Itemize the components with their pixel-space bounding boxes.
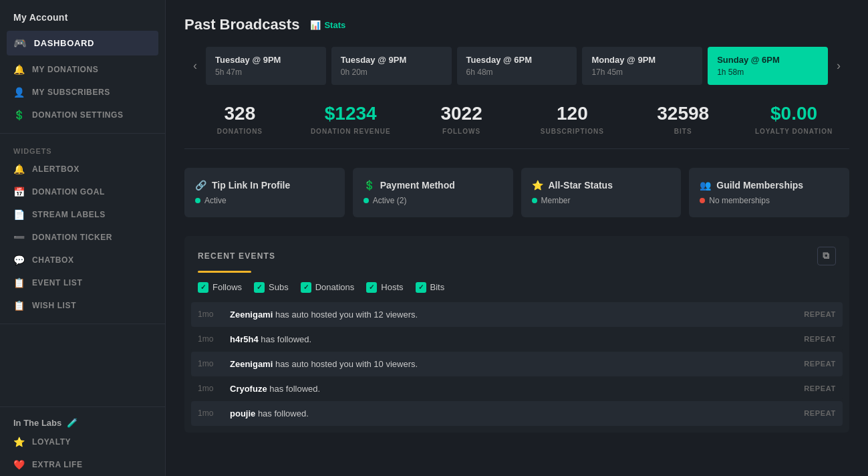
chatbox-icon: 💬 [13, 255, 25, 265]
stat-value: 3022 [406, 104, 517, 124]
my-account-header: My Account [0, 0, 165, 28]
slot-duration: 1h 58m [717, 68, 819, 77]
status-text: Active [204, 196, 227, 205]
sidebar-item-my-subscribers[interactable]: 👤 MY SUBSCRIBERS [0, 81, 165, 104]
dashboard-button[interactable]: 🎮 DASHBOARD [7, 31, 158, 55]
broadcast-slot-0[interactable]: Tuesday @ 9PM 5h 47m [206, 47, 326, 85]
widget-card-tip-link[interactable]: 🔗 Tip Link In Profile Active [184, 168, 345, 217]
bits-checkbox[interactable]: ✓ [416, 282, 426, 293]
stream-labels-icon: 📄 [13, 209, 25, 220]
event-text: Zeenigami has auto hosted you with 10 vi… [230, 359, 793, 369]
filter-follows[interactable]: ✓ Follows [198, 282, 242, 293]
guild-icon: 👥 [700, 180, 711, 191]
follows-label: Follows [212, 282, 242, 292]
event-time: 1mo [198, 359, 219, 368]
event-repeat-button[interactable]: REPEAT [804, 310, 836, 318]
widget-card-top: 🔗 Tip Link In Profile [195, 180, 334, 191]
widget-card-status: Active [195, 196, 334, 205]
widget-card-guild-memberships[interactable]: 👥 Guild Memberships No memberships [689, 168, 849, 217]
stat-value: 32598 [627, 104, 738, 124]
sidebar-item-wish-list[interactable]: 📋 WISH LIST [0, 294, 165, 317]
status-dot-green [364, 198, 369, 203]
widget-card-payment-method[interactable]: 💲 Payment Method Active (2) [353, 168, 513, 217]
sidebar-item-extra-life[interactable]: ❤️ EXTRA LIFE [0, 453, 165, 476]
event-time: 1mo [198, 408, 219, 418]
dashboard-label: DASHBOARD [34, 38, 94, 48]
recent-events-header: RECENT EVENTS ⧉ [184, 236, 849, 265]
event-description: has followed. [255, 408, 309, 419]
donations-checkbox[interactable]: ✓ [301, 282, 311, 293]
hosts-checkbox[interactable]: ✓ [366, 282, 377, 293]
filter-subs[interactable]: ✓ Subs [254, 282, 289, 293]
in-labs-header: In The Labs 🧪 [0, 411, 165, 431]
event-row: 1mo poujie has followed. REPEAT [191, 401, 843, 426]
stat-value: $0.00 [738, 104, 849, 124]
event-filters: ✓ Follows ✓ Subs ✓ Donations ✓ Hosts ✓ B… [184, 273, 849, 302]
sidebar-item-label: MY SUBSCRIBERS [32, 88, 110, 97]
event-description: has auto hosted you with 10 viewers. [273, 359, 418, 369]
sidebar-item-label: DONATION TICKER [32, 233, 112, 242]
subs-checkbox[interactable]: ✓ [254, 282, 265, 293]
donation-goal-icon: 📅 [13, 187, 25, 197]
broadcast-slot-3[interactable]: Monday @ 9PM 17h 45m [582, 47, 702, 85]
widget-card-top: 💲 Payment Method [364, 180, 502, 191]
tip-link-icon: 🔗 [195, 180, 206, 191]
event-description: has auto hosted you with 12 viewers. [273, 310, 418, 320]
filter-hosts[interactable]: ✓ Hosts [366, 282, 403, 293]
stat-label: DONATION REVENUE [295, 128, 406, 135]
event-repeat-button[interactable]: REPEAT [804, 384, 836, 392]
event-list-icon: 📋 [13, 277, 25, 288]
filter-bits[interactable]: ✓ Bits [416, 282, 445, 293]
sidebar-item-label: LOYALTY [32, 437, 71, 447]
filter-donations[interactable]: ✓ Donations [301, 282, 355, 293]
event-description: has followed. [259, 334, 312, 344]
sidebar-item-label: WISH LIST [32, 301, 76, 310]
stat-bits: 32598 BITS [627, 104, 738, 135]
sidebar-item-label: DONATION SETTINGS [32, 110, 124, 120]
widget-card-all-star[interactable]: ⭐ All-Star Status Member [521, 168, 682, 217]
stat-label: FOLLOWS [406, 128, 517, 135]
widget-card-title: Payment Method [380, 180, 455, 191]
sidebar-item-alertbox[interactable]: 🔔 ALERTBOX [0, 158, 165, 181]
copy-button[interactable]: ⧉ [817, 247, 836, 265]
hosts-label: Hosts [381, 282, 403, 292]
sidebar-item-stream-labels[interactable]: 📄 STREAM LABELS [0, 203, 165, 226]
event-actor: Zeenigami [230, 310, 273, 320]
main-content: Past Broadcasts 📊 Stats ‹ Tuesday @ 9PM … [166, 0, 868, 476]
widget-card-status: No memberships [700, 196, 839, 205]
stat-subscriptions: 120 SUBSCRIPTIONS [517, 104, 627, 135]
stat-value: $1234 [295, 104, 406, 124]
sidebar-item-label: ALERTBOX [32, 164, 80, 174]
sidebar-item-donation-settings[interactable]: 💲 DONATION SETTINGS [0, 104, 165, 126]
alertbox-icon: 🔔 [13, 164, 25, 174]
event-actor: h4r5h4 [230, 334, 259, 344]
widget-card-top: 👥 Guild Memberships [700, 180, 839, 191]
page-header: Past Broadcasts 📊 Stats [184, 16, 849, 33]
sidebar-item-event-list[interactable]: 📋 EVENT LIST [0, 271, 165, 294]
sidebar-item-loyalty[interactable]: ⭐ LOYALTY [0, 431, 165, 453]
slot-duration: 17h 45m [591, 68, 693, 77]
carousel-prev-button[interactable]: ‹ [184, 50, 206, 82]
in-labs-section: In The Labs 🧪 ⭐ LOYALTY ❤️ EXTRA LIFE [0, 406, 165, 476]
broadcast-slot-2[interactable]: Tuesday @ 6PM 6h 48m [457, 47, 577, 85]
event-list: 1mo Zeenigami has auto hosted you with 1… [184, 302, 849, 433]
stat-donation-revenue: $1234 DONATION REVENUE [295, 104, 406, 135]
event-repeat-button[interactable]: REPEAT [804, 409, 836, 417]
broadcast-slot-4[interactable]: Sunday @ 6PM 1h 58m [708, 47, 828, 85]
event-repeat-button[interactable]: REPEAT [804, 335, 836, 343]
sidebar-item-donation-goal[interactable]: 📅 DONATION GOAL [0, 181, 165, 203]
event-row: 1mo Zeenigami has auto hosted you with 1… [191, 302, 843, 327]
sidebar-item-donation-ticker[interactable]: ➖ DONATION TICKER [0, 226, 165, 249]
recent-events-title: RECENT EVENTS [198, 251, 275, 261]
sidebar-item-chatbox[interactable]: 💬 CHATBOX [0, 249, 165, 271]
sidebar-item-my-donations[interactable]: 🔔 MY DONATIONS [0, 58, 165, 81]
broadcast-slot-1[interactable]: Tuesday @ 9PM 0h 20m [331, 47, 452, 85]
event-text: Cryofuze has followed. [230, 384, 793, 394]
follows-checkbox[interactable]: ✓ [198, 282, 208, 293]
carousel-next-button[interactable]: › [828, 50, 849, 82]
slot-duration: 5h 47m [215, 68, 317, 77]
recent-events-section: RECENT EVENTS ⧉ ✓ Follows ✓ Subs ✓ Donat… [184, 236, 849, 433]
stats-link[interactable]: 📊 Stats [310, 20, 345, 30]
event-repeat-button[interactable]: REPEAT [804, 360, 836, 368]
widgets-section-label: Widgets [0, 140, 165, 158]
